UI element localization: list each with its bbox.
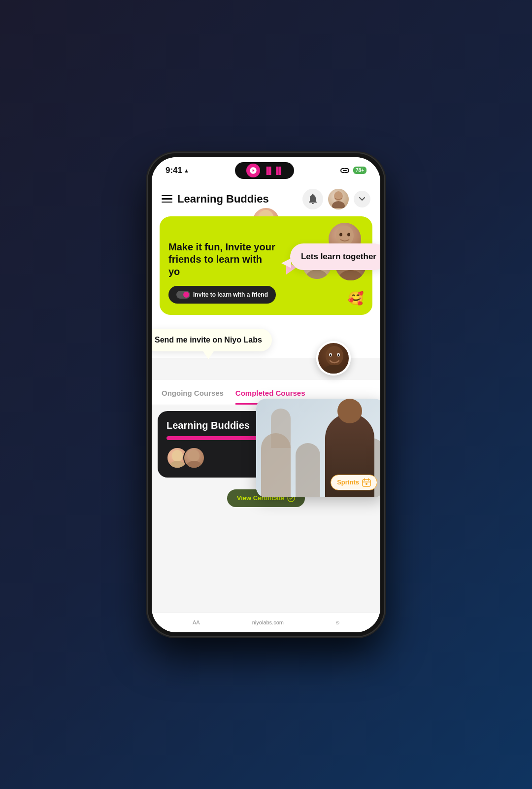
- dynamic-island: ▐▌▐▌: [235, 162, 294, 179]
- left-bubble-wrapper: Send me invite on Niyo Labs: [160, 325, 272, 351]
- audio-wave-icon: ▐▌▐▌: [264, 167, 284, 174]
- speech-bubble-left-text: Send me invite on Niyo Labs: [155, 336, 262, 344]
- site-url: niyolabs.com: [252, 619, 284, 625]
- speech-bubbles-area: Send me invite on Niyo Labs: [152, 320, 380, 358]
- floating-image-card: Sprints: [256, 399, 380, 497]
- status-time: 9:41 ▲: [166, 166, 189, 175]
- card-avatar-2: [183, 447, 205, 469]
- user-face-svg: [331, 190, 346, 208]
- phone-content: 9:41 ▲ ▐▌▐▌: [152, 157, 380, 632]
- status-bar: 9:41 ▲ ▐▌▐▌: [152, 157, 380, 184]
- notification-button[interactable]: [302, 189, 323, 209]
- svg-point-8: [339, 233, 342, 236]
- courses-section: Learning Buddies 100% Complete: [152, 405, 380, 613]
- invite-button[interactable]: Invite to learn with a friend: [168, 286, 276, 304]
- bg-figure-2: [296, 443, 320, 497]
- hamburger-line: [162, 195, 172, 197]
- user-avatar-header[interactable]: [328, 189, 349, 209]
- font-size-control[interactable]: AA: [193, 619, 200, 625]
- svg-point-15: [339, 270, 363, 282]
- banner-section: 🥰 Lets learn together Make it fun, Invit…: [152, 216, 380, 358]
- battery-badge: 78+: [353, 167, 366, 174]
- invite-button-label: Invite to learn with a friend: [193, 291, 268, 298]
- bottom-bar: AA niyolabs.com ⎋: [152, 613, 380, 632]
- svg-point-6: [336, 226, 354, 245]
- bubble-arrow: [202, 350, 214, 357]
- speech-bubble-right: Lets learn together: [290, 243, 380, 270]
- chevron-down-icon: [359, 197, 365, 201]
- speech-bubble-left: Send me invite on Niyo Labs: [152, 329, 272, 351]
- svg-point-22: [330, 354, 332, 356]
- svg-point-29: [366, 483, 367, 485]
- header-left: Learning Buddies: [162, 193, 269, 206]
- course-card: Learning Buddies 100% Complete: [158, 411, 374, 478]
- bell-icon: [308, 194, 318, 205]
- heart-emoji: 🥰: [348, 291, 364, 306]
- hamburger-menu[interactable]: [162, 195, 172, 203]
- island-app-icon: [246, 164, 260, 177]
- sprints-icon: [362, 478, 371, 487]
- tab-completed-label: Completed Courses: [235, 389, 305, 397]
- svg-point-25: [169, 461, 185, 469]
- svg-point-9: [347, 233, 350, 236]
- floating-person-face: [318, 343, 351, 376]
- hamburger-line: [162, 202, 172, 203]
- status-icons: 78+: [340, 167, 366, 174]
- course-title: Learning Buddies: [166, 420, 250, 431]
- banner-container: 🥰 Lets learn together Make it fun, Invit…: [152, 216, 380, 320]
- dynamic-island-area: ▐▌▐▌: [235, 162, 294, 179]
- page-wrapper: 9:41 ▲ ▐▌▐▌: [0, 0, 532, 789]
- phone-screen: 9:41 ▲ ▐▌▐▌: [152, 157, 380, 632]
- svg-point-11: [306, 270, 328, 280]
- app-title: Learning Buddies: [177, 193, 269, 206]
- app-logo-icon: [249, 167, 257, 174]
- location-arrow-icon: ▲: [184, 168, 189, 173]
- tab-ongoing-label: Ongoing Courses: [162, 389, 224, 397]
- speech-bubble-right-text: Lets learn together: [301, 252, 376, 261]
- sprints-badge: Sprints: [331, 475, 377, 490]
- floating-person-avatar: [316, 341, 351, 376]
- tab-ongoing-courses[interactable]: Ongoing Courses: [162, 389, 224, 405]
- svg-point-19: [322, 365, 347, 376]
- bg-figure-extra: [271, 409, 291, 448]
- share-icon[interactable]: ⎋: [336, 619, 339, 625]
- svg-point-27: [186, 461, 202, 469]
- expand-button[interactable]: [354, 191, 370, 207]
- invite-banner: 🥰 Lets learn together Make it fun, Invit…: [160, 216, 372, 315]
- svg-point-1: [332, 201, 345, 208]
- svg-point-24: [172, 450, 183, 462]
- svg-point-26: [189, 450, 200, 462]
- banner-text: Make it fun, Invite your friends to lear…: [168, 241, 276, 278]
- phone-device: 9:41 ▲ ▐▌▐▌: [148, 153, 384, 636]
- toggle-icon: [176, 291, 190, 299]
- phone-wrapper: 9:41 ▲ ▐▌▐▌: [99, 50, 433, 740]
- hamburger-line: [162, 198, 172, 200]
- card-avatar-face-2: [184, 448, 204, 469]
- sprints-label: Sprints: [337, 479, 359, 486]
- header-right: [302, 189, 370, 209]
- course-info: Learning Buddies: [166, 420, 250, 431]
- time-display: 9:41: [166, 166, 182, 175]
- svg-point-23: [338, 354, 339, 356]
- link-icon: [340, 167, 349, 174]
